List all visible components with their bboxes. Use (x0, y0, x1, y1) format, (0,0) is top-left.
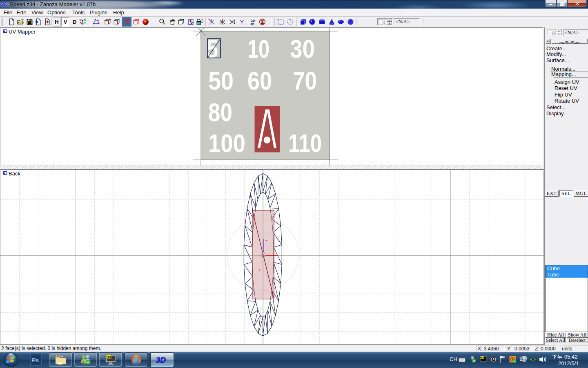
svg-text:50: 50 (208, 66, 234, 95)
svg-text:70: 70 (293, 66, 317, 95)
svg-text:99: 99 (481, 356, 484, 359)
svg-text:3D: 3D (250, 22, 254, 25)
svg-text:10: 10 (247, 34, 270, 63)
svg-text:Ps: Ps (32, 357, 39, 364)
svg-text:30: 30 (290, 34, 315, 63)
svg-text:100: 100 (208, 129, 245, 157)
svg-text:3D: 3D (156, 356, 166, 364)
svg-text:2D: 2D (251, 18, 255, 22)
svg-text:99: 99 (107, 355, 111, 359)
svg-text:80: 80 (208, 98, 232, 126)
svg-text:110: 110 (288, 129, 322, 157)
svg-text:60: 60 (247, 66, 272, 95)
